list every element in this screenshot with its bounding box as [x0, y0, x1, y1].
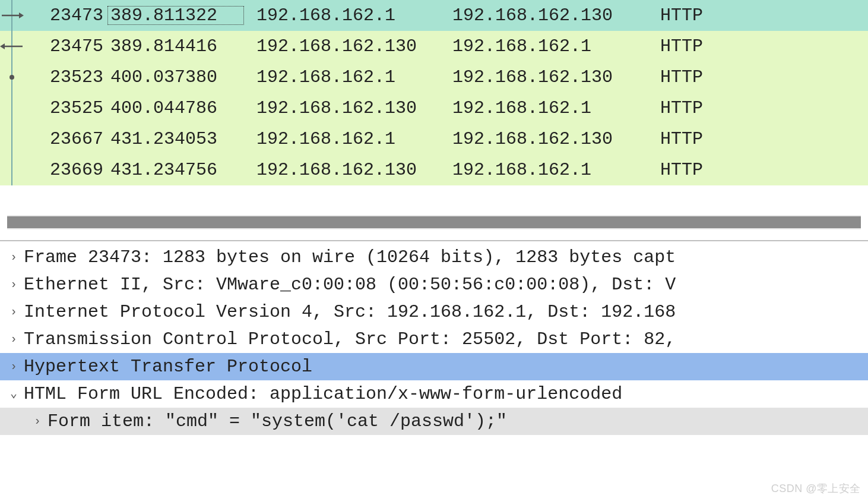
chevron-right-icon[interactable]: ›: [27, 408, 47, 435]
packet-col-no: 23669: [24, 160, 107, 180]
details-tcp[interactable]: › Transmission Control Protocol, Src Por…: [0, 326, 868, 353]
chevron-right-icon[interactable]: ›: [4, 298, 24, 326]
details-frame-text: Frame 23473: 1283 bytes on wire (10264 b…: [24, 244, 868, 271]
packet-row[interactable]: 23525400.044786192.168.162.130192.168.16…: [0, 93, 868, 124]
packet-col-destination: 192.168.162.130: [452, 129, 660, 149]
packet-col-source: 192.168.162.130: [245, 36, 452, 56]
packet-row-marker-icon: [0, 155, 24, 185]
packet-col-protocol: HTTP: [660, 5, 868, 26]
packet-col-protocol: HTTP: [660, 36, 868, 56]
packet-col-no: 23523: [24, 67, 107, 87]
svg-point-7: [9, 75, 14, 80]
packet-row-marker-icon: [0, 93, 24, 124]
details-frame[interactable]: › Frame 23473: 1283 bytes on wire (10264…: [0, 244, 868, 271]
packet-list[interactable]: 23473389.811322192.168.162.1192.168.162.…: [0, 0, 868, 185]
packet-col-time: 431.234756: [107, 160, 245, 180]
packet-col-destination: 192.168.162.130: [452, 67, 660, 87]
details-form-encoded-text: HTML Form URL Encoded: application/x-www…: [24, 380, 868, 408]
packet-col-no: 23473: [24, 5, 107, 26]
details-ip-text: Internet Protocol Version 4, Src: 192.16…: [24, 298, 868, 326]
packet-col-destination: 192.168.162.1: [452, 98, 660, 118]
chevron-right-icon[interactable]: ›: [4, 353, 24, 380]
packet-col-no: 23667: [24, 129, 107, 149]
packet-col-source: 192.168.162.1: [245, 129, 452, 149]
packet-row[interactable]: 23669431.234756192.168.162.130192.168.16…: [0, 155, 868, 185]
packet-col-time: 400.037380: [107, 67, 245, 87]
details-ethernet[interactable]: › Ethernet II, Src: VMware_c0:00:08 (00:…: [0, 271, 868, 298]
packet-col-time: 400.044786: [107, 98, 245, 118]
packet-col-protocol: HTTP: [660, 129, 868, 149]
packet-col-protocol: HTTP: [660, 160, 868, 180]
packet-col-source: 192.168.162.1: [245, 67, 452, 87]
details-form-encoded[interactable]: ⌄ HTML Form URL Encoded: application/x-w…: [0, 380, 868, 408]
packet-col-time: 389.811322: [107, 5, 245, 26]
packet-row-marker-icon: [0, 62, 24, 93]
chevron-right-icon[interactable]: ›: [4, 271, 24, 298]
packet-row[interactable]: 23473389.811322192.168.162.1192.168.162.…: [0, 0, 868, 31]
packet-col-protocol: HTTP: [660, 98, 868, 118]
chevron-right-icon[interactable]: ›: [4, 244, 24, 271]
packet-col-protocol: HTTP: [660, 67, 868, 87]
svg-marker-5: [0, 43, 5, 49]
watermark: CSDN @零上安全: [771, 481, 861, 496]
packet-row-marker-icon: [0, 124, 24, 155]
svg-marker-2: [19, 12, 24, 18]
packet-col-time: 389.814416: [107, 36, 245, 56]
packet-col-destination: 192.168.162.130: [452, 5, 660, 26]
details-form-item-text: Form item: "cmd" = "system('cat /passwd'…: [47, 408, 868, 435]
packet-details-tree[interactable]: › Frame 23473: 1283 bytes on wire (10264…: [0, 241, 868, 435]
packet-row[interactable]: 23475389.814416192.168.162.130192.168.16…: [0, 31, 868, 62]
details-form-item[interactable]: › Form item: "cmd" = "system('cat /passw…: [0, 408, 868, 435]
packet-row[interactable]: 23523400.037380192.168.162.1192.168.162.…: [0, 62, 868, 93]
packet-row[interactable]: 23667431.234053192.168.162.1192.168.162.…: [0, 124, 868, 155]
details-ethernet-text: Ethernet II, Src: VMware_c0:00:08 (00:50…: [24, 271, 868, 298]
packet-row-marker-icon: [0, 31, 24, 62]
details-http-text: Hypertext Transfer Protocol: [24, 353, 868, 380]
chevron-right-icon[interactable]: ›: [4, 326, 24, 353]
packet-col-destination: 192.168.162.1: [452, 36, 660, 56]
packet-list-blank-area: [0, 185, 868, 215]
packet-list-hscrollbar[interactable]: [7, 215, 861, 229]
packet-col-no: 23475: [24, 36, 107, 56]
packet-col-destination: 192.168.162.1: [452, 160, 660, 180]
packet-col-source: 192.168.162.130: [245, 98, 452, 118]
details-ip[interactable]: › Internet Protocol Version 4, Src: 192.…: [0, 298, 868, 326]
hscrollbar-thumb[interactable]: [7, 216, 861, 228]
packet-col-no: 23525: [24, 98, 107, 118]
packet-col-time: 431.234053: [107, 129, 245, 149]
details-tcp-text: Transmission Control Protocol, Src Port:…: [24, 326, 868, 353]
packet-col-source: 192.168.162.130: [245, 160, 452, 180]
chevron-down-icon[interactable]: ⌄: [4, 380, 24, 408]
packet-row-marker-icon: [0, 0, 24, 31]
details-http[interactable]: › Hypertext Transfer Protocol: [0, 353, 868, 380]
packet-col-source: 192.168.162.1: [245, 5, 452, 26]
